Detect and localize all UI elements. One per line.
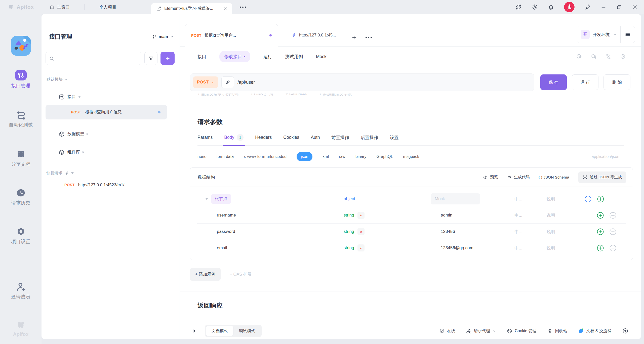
schema-row-password[interactable]: password string * 123456 中... 说明: [190, 224, 633, 240]
remove-field-icon[interactable]: [610, 245, 616, 251]
type-graphql[interactable]: GraphQL: [377, 154, 393, 159]
oas-extension-link[interactable]: + OAS 扩展: [230, 272, 252, 277]
sidebar-item-request-history[interactable]: 请求历史: [1, 188, 41, 206]
field-type[interactable]: string: [344, 245, 354, 250]
bell-icon[interactable]: [548, 4, 554, 10]
online-status[interactable]: 在线: [439, 328, 455, 334]
tab-body[interactable]: Body 1: [224, 134, 244, 141]
run-button[interactable]: 运 行: [572, 74, 599, 90]
field-type[interactable]: object: [344, 196, 355, 201]
field-desc-placeholder[interactable]: 说明: [547, 245, 585, 251]
new-tab-icon[interactable]: [351, 35, 357, 40]
add-custom-field-link[interactable]: + 添加自定义字段: [319, 94, 352, 97]
add-custom-example-link[interactable]: + 自定义请求示例代码: [197, 94, 238, 97]
tab-settings[interactable]: 设置: [390, 135, 399, 141]
request-proxy-menu[interactable]: 请求代理: [466, 328, 496, 334]
project-avatar[interactable]: [11, 36, 31, 56]
tab-api-doc[interactable]: 接口: [197, 54, 206, 60]
open-tab-api[interactable]: POST 根据id查询用户...: [185, 24, 278, 47]
type-raw[interactable]: raw: [339, 154, 345, 159]
tree-item-selected-api[interactable]: POST 根据id查询用户信息: [46, 105, 167, 119]
user-avatar[interactable]: [564, 2, 575, 12]
sidebar-item-automated-testing[interactable]: 自动化测试: [1, 110, 41, 128]
field-title-placeholder[interactable]: 中...: [514, 196, 547, 202]
tab-cookies[interactable]: Cookies: [283, 135, 299, 140]
history-edit-icon[interactable]: [576, 54, 582, 60]
search-box[interactable]: [46, 52, 141, 65]
tab-auth[interactable]: Auth: [311, 135, 320, 140]
add-field-icon[interactable]: [597, 196, 604, 202]
tab-pre-ops[interactable]: 前置操作: [332, 135, 349, 141]
scroll-top-icon[interactable]: [622, 328, 628, 334]
remove-field-icon[interactable]: [610, 212, 616, 219]
personal-project-button[interactable]: 个人项目: [99, 4, 116, 10]
tree-api-group-row[interactable]: 接口: [59, 93, 175, 100]
tab-post-ops[interactable]: 后置操作: [361, 135, 378, 141]
env-menu-icon[interactable]: [621, 32, 635, 37]
type-urlencoded[interactable]: x-www-form-urlencoded: [244, 154, 287, 159]
type-form-data[interactable]: form-data: [217, 154, 234, 159]
type-binary[interactable]: binary: [355, 154, 367, 159]
url-input-box[interactable]: POST /api/user: [190, 73, 534, 91]
close-tab-icon[interactable]: [223, 7, 227, 11]
type-msgpack[interactable]: msgpack: [403, 154, 419, 159]
branch-selector[interactable]: main: [152, 34, 174, 39]
add-field-icon[interactable]: [597, 228, 604, 235]
minimize-icon[interactable]: [601, 4, 606, 10]
close-window-icon[interactable]: [632, 4, 637, 10]
tab-mock[interactable]: Mock: [316, 54, 327, 59]
tab-headers[interactable]: Headers: [255, 135, 272, 140]
tab-run[interactable]: 运行: [263, 54, 272, 60]
link-icon[interactable]: [221, 76, 234, 88]
tab-edit-api[interactable]: 修改接口: [219, 51, 250, 62]
sync-icon[interactable]: [515, 4, 521, 10]
field-type[interactable]: string: [344, 213, 354, 218]
doc-mode-option[interactable]: 文档模式: [206, 326, 233, 336]
gear-icon[interactable]: [532, 4, 538, 10]
type-xml[interactable]: xml: [323, 154, 329, 159]
tree-component-lib-row[interactable]: 组件库: [59, 149, 175, 156]
schema-row-email[interactable]: email string * 123456@qq.com 中... 说明: [190, 240, 633, 256]
tree-quick-request-row[interactable]: 快捷请求: [47, 169, 175, 177]
method-select[interactable]: POST: [193, 76, 218, 88]
tree-data-model-row[interactable]: 数据模型: [59, 131, 175, 138]
add-example-button[interactable]: + 添加示例: [190, 268, 221, 281]
schema-row-username[interactable]: username string * admin 中... 说明: [190, 207, 633, 223]
oas-extension-link[interactable]: + OAS 扩 展: [251, 94, 273, 97]
mock-value[interactable]: 123456: [441, 229, 455, 234]
comments-icon[interactable]: [591, 54, 597, 60]
mock-value[interactable]: 123456@qq.com: [441, 245, 473, 250]
generate-from-json-button[interactable]: 通过 JSON 等生成: [578, 171, 626, 183]
field-desc-placeholder[interactable]: 说明: [547, 212, 585, 218]
field-desc-placeholder[interactable]: 说明: [547, 229, 585, 235]
search-input[interactable]: [57, 56, 138, 61]
save-button[interactable]: 保 存: [540, 74, 567, 90]
json-schema-button[interactable]: { } JSON Schema: [539, 175, 569, 180]
recycle-bin[interactable]: 回收站: [547, 328, 567, 334]
field-name[interactable]: username: [217, 213, 236, 218]
schema-row-root[interactable]: 根节点 object 中... 说明: [190, 191, 633, 207]
flow-icon[interactable]: [605, 54, 611, 60]
mock-value[interactable]: admin: [441, 213, 452, 218]
tab-params[interactable]: Params: [197, 135, 213, 140]
sidebar-item-share-docs[interactable]: 分享文档: [1, 149, 41, 167]
project-tab[interactable]: ElementPlus学习-后端管...: [151, 3, 232, 14]
filter-button[interactable]: [144, 52, 157, 65]
mock-input[interactable]: [431, 193, 480, 204]
tab-test-cases[interactable]: 测试用例: [285, 54, 303, 60]
field-title-placeholder[interactable]: 中...: [514, 229, 547, 235]
generate-code-button[interactable]: 生成代码: [507, 175, 530, 180]
collapse-sidebar-icon[interactable]: [192, 328, 198, 334]
api-settings-icon[interactable]: [620, 54, 626, 60]
pin-icon[interactable]: [585, 4, 591, 10]
type-json[interactable]: json: [297, 152, 312, 161]
open-tab-quick-request[interactable]: http://127.0.0.1:45...: [284, 24, 344, 46]
docs-community-link[interactable]: 文档 & 交流群: [578, 328, 611, 334]
field-name[interactable]: 根节点: [211, 194, 231, 204]
field-title-placeholder[interactable]: 中...: [514, 245, 547, 251]
remove-field-icon[interactable]: [610, 228, 616, 235]
delete-button[interactable]: 删 除: [603, 74, 630, 90]
environment-selector[interactable]: 开 开发环境: [577, 26, 635, 43]
sidebar-item-api-management[interactable]: 接口管理: [1, 70, 41, 89]
tree-module-row[interactable]: 默认模块: [47, 77, 175, 82]
